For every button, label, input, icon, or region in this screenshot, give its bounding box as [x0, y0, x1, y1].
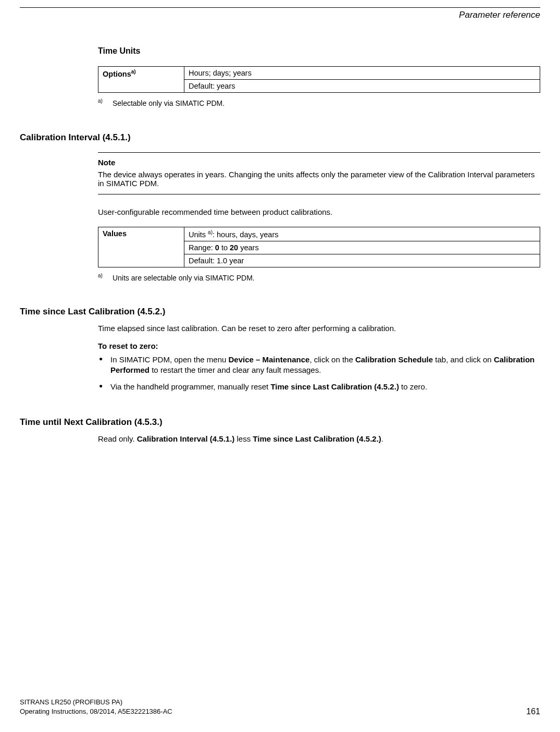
text: to	[219, 243, 230, 252]
table-label-sup: a)	[131, 69, 136, 75]
table-cal-interval: Values Units a): hours, days, years Rang…	[98, 227, 540, 267]
bold-text: 20	[230, 243, 238, 252]
sup: a)	[208, 229, 213, 235]
text: years	[238, 243, 259, 252]
text: Read only.	[98, 434, 137, 443]
text: less	[234, 434, 253, 443]
list-item: Via the handheld programmer, manually re…	[98, 382, 540, 392]
bold-text: Calibration Interval (4.5.1.)	[137, 434, 235, 443]
text: .	[381, 434, 383, 443]
footnote-text: Selectable only via SIMATIC PDM.	[113, 99, 225, 107]
text: to restart the timer and clear any fault…	[150, 365, 321, 374]
text: In SIMATIC PDM, open the menu	[110, 355, 228, 364]
section-time-units: Time Units Optionsa) Hours; days; years …	[98, 46, 540, 107]
text: to zero.	[399, 382, 427, 391]
table-label-cell: Optionsa)	[98, 67, 184, 93]
page-number: 161	[526, 707, 540, 716]
text: Via the handheld programmer, manually re…	[110, 382, 270, 391]
text: , click on the	[309, 355, 355, 364]
text: : hours, days, years	[213, 230, 279, 239]
table-cell: Default: years	[184, 80, 540, 93]
list-item: In SIMATIC PDM, open the menu Device – M…	[98, 355, 540, 376]
reset-list: In SIMATIC PDM, open the menu Device – M…	[98, 355, 540, 393]
heading-time-units: Time Units	[98, 46, 540, 56]
footnote-text: Units are selectable only via SIMATIC PD…	[113, 273, 255, 282]
footnote: a) Units are selectable only via SIMATIC…	[98, 273, 540, 282]
bold-text: 0	[215, 243, 219, 252]
heading-cal-interval: Calibration Interval (4.5.1.)	[20, 132, 540, 143]
time-until-desc: Read only. Calibration Interval (4.5.1.)…	[98, 434, 540, 444]
text: Units	[189, 230, 208, 239]
heading-time-until: Time until Next Calibration (4.5.3.)	[20, 417, 540, 428]
page-container: Parameter reference Time Units Optionsa)…	[0, 0, 560, 732]
section-time-since: Time elapsed since last calibration. Can…	[98, 323, 540, 392]
table-label-text: Options	[103, 70, 131, 78]
note-title: Note	[98, 158, 540, 167]
header-chapter: Parameter reference	[20, 10, 540, 20]
time-since-desc: Time elapsed since last calibration. Can…	[98, 323, 540, 334]
table-cell: Range: 0 to 20 years	[184, 241, 540, 254]
table-cell: Hours; days; years	[184, 67, 540, 80]
note-box: Note The device always operates in years…	[98, 152, 540, 194]
footer-docinfo: Operating Instructions, 08/2014, A5E3222…	[20, 707, 540, 716]
bold-text: Device – Maintenance	[228, 355, 309, 364]
footer-left: SITRANS LR250 (PROFIBUS PA) Operating In…	[20, 698, 540, 716]
bold-text: Calibration Schedule	[355, 355, 433, 364]
footnote: a) Selectable only via SIMATIC PDM.	[98, 98, 540, 107]
section-time-until: Read only. Calibration Interval (4.5.1.)…	[98, 434, 540, 444]
bold-text: Time since Last Calibration (4.5.2.)	[270, 382, 399, 391]
text: tab, and click on	[433, 355, 494, 364]
heading-time-since: Time since Last Calibration (4.5.2.)	[20, 307, 540, 317]
table-label-cell: Values	[98, 227, 184, 267]
reset-title: To reset to zero:	[98, 341, 540, 350]
page-footer: SITRANS LR250 (PROFIBUS PA) Operating In…	[20, 698, 540, 716]
footnote-sup: a)	[98, 273, 110, 278]
bold-text: Time since Last Calibration (4.5.2.)	[253, 434, 381, 443]
header-rule	[20, 7, 540, 8]
table-cell: Units a): hours, days, years	[184, 227, 540, 241]
footnote-sup: a)	[98, 98, 110, 104]
table-time-units: Optionsa) Hours; days; years Default: ye…	[98, 66, 540, 93]
note-text: The device always operates in years. Cha…	[98, 170, 540, 188]
text: Range:	[189, 243, 215, 252]
footer-product: SITRANS LR250 (PROFIBUS PA)	[20, 698, 540, 707]
table-cell: Default: 1.0 year	[184, 254, 540, 267]
cal-interval-desc: User-configurable recommended time betwe…	[98, 207, 540, 217]
section-cal-interval: Note The device always operates in years…	[98, 152, 540, 282]
